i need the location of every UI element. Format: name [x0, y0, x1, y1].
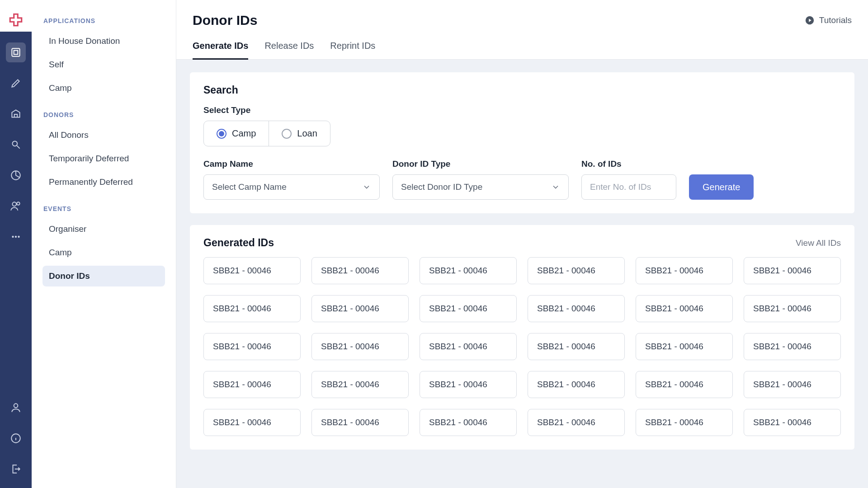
generated-id-chip[interactable]: SBB21 - 00046	[311, 295, 409, 322]
generated-id-chip[interactable]: SBB21 - 00046	[636, 257, 733, 284]
generate-button[interactable]: Generate	[689, 174, 754, 200]
rail-dashboard-icon[interactable]	[6, 42, 26, 62]
logo	[0, 0, 32, 32]
generated-id-chip[interactable]: SBB21 - 00046	[528, 295, 625, 322]
tab-reprint-ids[interactable]: Reprint IDs	[330, 41, 375, 59]
generated-id-chip[interactable]: SBB21 - 00046	[528, 257, 625, 284]
content: Search Select Type CampLoan Camp Name Se…	[176, 60, 868, 488]
play-circle-icon	[805, 15, 815, 25]
generated-id-chip[interactable]: SBB21 - 00046	[203, 257, 301, 284]
svg-point-8	[18, 236, 19, 238]
generated-id-chip[interactable]: SBB21 - 00046	[203, 409, 301, 436]
type-radio-group: CampLoan	[203, 121, 330, 146]
sidebar-item-permanently-deferred[interactable]: Permanently Deferred	[42, 172, 165, 192]
svg-point-7	[15, 236, 17, 238]
tab-generate-ids[interactable]: Generate IDs	[193, 41, 248, 59]
sidebar-item-in-house-donation[interactable]: In House Donation	[42, 31, 165, 52]
generated-ids-card: Generated IDs View All IDs SBB21 - 00046…	[190, 225, 854, 450]
camp-name-placeholder: Select Camp Name	[212, 182, 287, 192]
generated-id-chip[interactable]: SBB21 - 00046	[636, 409, 733, 436]
svg-rect-1	[14, 51, 18, 55]
generated-id-chip[interactable]: SBB21 - 00046	[528, 333, 625, 360]
sidebar-item-self[interactable]: Self	[42, 54, 165, 75]
camp-name-field: Camp Name Select Camp Name	[203, 159, 380, 200]
select-type-label: Select Type	[203, 105, 841, 115]
generated-id-chip[interactable]: SBB21 - 00046	[311, 333, 409, 360]
generated-id-grid: SBB21 - 00046SBB21 - 00046SBB21 - 00046S…	[203, 257, 841, 436]
donor-id-type-field: Donor ID Type Select Donor ID Type	[392, 159, 569, 200]
sidebar-section-title: DONORS	[43, 111, 165, 118]
generated-id-chip[interactable]: SBB21 - 00046	[636, 371, 733, 398]
radio-label: Loan	[297, 128, 317, 139]
generated-id-chip[interactable]: SBB21 - 00046	[744, 257, 841, 284]
svg-point-5	[17, 202, 19, 205]
radio-loan[interactable]: Loan	[269, 121, 330, 146]
sidebar-item-all-donors[interactable]: All Donors	[42, 125, 165, 145]
medical-cross-icon	[8, 12, 24, 28]
generated-id-chip[interactable]: SBB21 - 00046	[528, 409, 625, 436]
donor-id-type-select[interactable]: Select Donor ID Type	[392, 174, 569, 200]
donor-id-type-label: Donor ID Type	[392, 159, 569, 169]
rail-inventory-icon[interactable]	[6, 104, 26, 124]
sidebar-item-camp[interactable]: Camp	[42, 242, 165, 263]
generated-id-chip[interactable]: SBB21 - 00046	[420, 409, 517, 436]
generated-id-chip[interactable]: SBB21 - 00046	[203, 333, 301, 360]
generated-id-chip[interactable]: SBB21 - 00046	[311, 371, 409, 398]
generated-id-chip[interactable]: SBB21 - 00046	[420, 295, 517, 322]
rail-stats-icon[interactable]	[6, 165, 26, 185]
page-title: Donor IDs	[193, 13, 257, 28]
rail-users-icon[interactable]	[6, 196, 26, 216]
generated-id-chip[interactable]: SBB21 - 00046	[744, 371, 841, 398]
rail-info-icon[interactable]	[6, 428, 26, 448]
tutorials-label: Tutorials	[819, 15, 852, 25]
generated-id-chip[interactable]: SBB21 - 00046	[420, 257, 517, 284]
view-all-ids-link[interactable]: View All IDs	[796, 238, 841, 248]
generated-id-chip[interactable]: SBB21 - 00046	[636, 333, 733, 360]
no-of-ids-label: No. of IDs	[581, 159, 676, 169]
header: Donor IDs Tutorials	[176, 0, 868, 28]
no-of-ids-input[interactable]	[581, 174, 676, 200]
generated-id-chip[interactable]: SBB21 - 00046	[744, 295, 841, 322]
svg-point-4	[12, 202, 16, 206]
radio-label: Camp	[232, 128, 256, 139]
tab-release-ids[interactable]: Release IDs	[264, 41, 314, 59]
generated-id-chip[interactable]: SBB21 - 00046	[420, 333, 517, 360]
generated-id-chip[interactable]: SBB21 - 00046	[311, 409, 409, 436]
svg-point-9	[14, 404, 18, 408]
generated-id-chip[interactable]: SBB21 - 00046	[636, 295, 733, 322]
generated-card-header: Generated IDs View All IDs	[203, 237, 841, 249]
svg-point-6	[12, 236, 14, 238]
search-title: Search	[203, 84, 841, 96]
rail-edit-icon[interactable]	[6, 73, 26, 93]
camp-name-select[interactable]: Select Camp Name	[203, 174, 380, 200]
sidebar-item-temporarily-deferred[interactable]: Temporarily Deferred	[42, 148, 165, 169]
generated-id-chip[interactable]: SBB21 - 00046	[744, 333, 841, 360]
generated-id-chip[interactable]: SBB21 - 00046	[203, 371, 301, 398]
chevron-down-icon	[362, 183, 371, 192]
generated-id-chip[interactable]: SBB21 - 00046	[528, 371, 625, 398]
chevron-down-icon	[551, 183, 560, 192]
svg-point-2	[12, 141, 17, 146]
sidebar-item-organiser[interactable]: Organiser	[42, 219, 165, 239]
generated-id-chip[interactable]: SBB21 - 00046	[203, 295, 301, 322]
radio-circle-icon	[282, 129, 292, 139]
tabs: Generate IDsRelease IDsReprint IDs	[176, 28, 868, 60]
svg-rect-0	[12, 48, 19, 56]
generated-id-chip[interactable]: SBB21 - 00046	[311, 257, 409, 284]
rail-logout-icon[interactable]	[6, 459, 26, 479]
donor-id-type-placeholder: Select Donor ID Type	[401, 182, 482, 192]
generated-title: Generated IDs	[203, 237, 274, 249]
sidebar: APPLICATIONSIn House DonationSelfCampDON…	[32, 0, 176, 488]
rail-more-icon[interactable]	[6, 227, 26, 247]
generated-id-chip[interactable]: SBB21 - 00046	[420, 371, 517, 398]
generated-id-chip[interactable]: SBB21 - 00046	[744, 409, 841, 436]
rail-lab-icon[interactable]	[6, 135, 26, 155]
sidebar-item-donor-ids[interactable]: Donor IDs	[42, 266, 165, 286]
sidebar-item-camp[interactable]: Camp	[42, 78, 165, 99]
radio-camp[interactable]: Camp	[204, 121, 269, 146]
search-card: Search Select Type CampLoan Camp Name Se…	[190, 72, 854, 213]
rail-profile-icon[interactable]	[6, 398, 26, 418]
search-form-row: Camp Name Select Camp Name Donor ID Type…	[203, 159, 841, 200]
radio-circle-icon	[217, 129, 226, 139]
tutorials-link[interactable]: Tutorials	[805, 15, 852, 25]
